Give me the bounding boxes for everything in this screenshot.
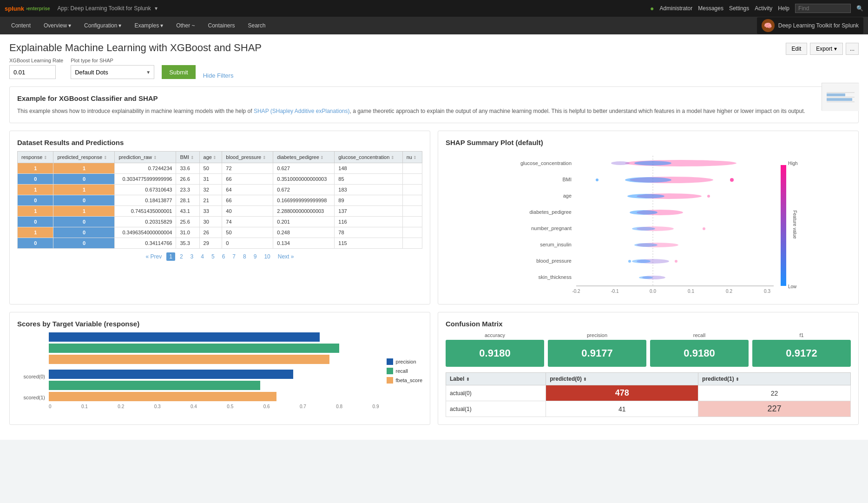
- svg-text:-0.2: -0.2: [572, 289, 580, 294]
- nav-search[interactable]: Search: [242, 17, 272, 34]
- svg-text:Low: Low: [788, 284, 797, 289]
- nav-right: 🧠 Deep Learning Toolkit for Splunk: [757, 17, 863, 34]
- metric-recall-group: recall 0.9180: [650, 332, 749, 367]
- legend-fbeta: fbeta_score: [387, 377, 422, 384]
- pagination-page-8[interactable]: 8: [240, 252, 249, 261]
- nav-other[interactable]: Other ~: [170, 17, 201, 34]
- cell-bmi: 35.3: [176, 238, 199, 249]
- hide-filters-button[interactable]: Hide Filters: [203, 72, 234, 79]
- pagination-page-6[interactable]: 6: [219, 252, 228, 261]
- col-predicted-response[interactable]: predicted_response: [53, 152, 115, 163]
- svg-rect-23: [781, 165, 786, 286]
- app-dropdown-arrow[interactable]: ▾: [155, 5, 158, 12]
- pagination-page-10[interactable]: 10: [261, 252, 273, 261]
- cell-response: 0: [18, 195, 53, 206]
- admin-label[interactable]: Administrator: [660, 5, 693, 12]
- plot-type-select[interactable]: Default Dots Bar Violin: [71, 65, 154, 79]
- cell-response: 1: [18, 206, 53, 217]
- nav-overview[interactable]: Overview▾: [37, 17, 78, 34]
- svg-text:number_pregnant: number_pregnant: [531, 225, 572, 231]
- scored0-label: scored(0): [17, 374, 45, 379]
- svg-point-49: [639, 276, 653, 279]
- search-icon[interactable]: 🔍: [856, 5, 863, 12]
- cell-nu: [402, 174, 422, 185]
- pagination-page-1[interactable]: 1: [166, 252, 175, 261]
- nav-containers[interactable]: Containers: [201, 17, 241, 34]
- top-bar-right: ● Administrator Messages Settings Activi…: [650, 4, 863, 13]
- cell-prediction-raw: 0.18413877: [115, 195, 176, 206]
- col-prediction-raw[interactable]: prediction_raw: [115, 152, 176, 163]
- pagination-page-3[interactable]: 3: [188, 252, 197, 261]
- plot-type-group: Plot type for SHAP Default Dots Bar Viol…: [71, 58, 154, 79]
- cell-predicted-response: 0: [53, 174, 115, 185]
- bar-row-0-blue: [49, 332, 379, 342]
- cell-blood-pressure: 40: [222, 206, 273, 217]
- help-label[interactable]: Help: [778, 5, 789, 12]
- scores-y-labels: scored(0) scored(1): [17, 332, 45, 409]
- nav-configuration[interactable]: Configuration▾: [78, 17, 128, 34]
- messages-label[interactable]: Messages: [698, 5, 723, 12]
- cell-age: 26: [199, 227, 222, 238]
- cell-predicted-response: 0: [53, 217, 115, 227]
- cell-age: 29: [199, 238, 222, 249]
- settings-label[interactable]: Settings: [729, 5, 749, 12]
- metric-recall-box: 0.9180: [650, 340, 749, 367]
- cell-bmi: 23.3: [176, 185, 199, 195]
- pagination-page-4[interactable]: 4: [198, 252, 207, 261]
- svg-point-28: [634, 161, 671, 165]
- legend-recall-label: recall: [396, 368, 408, 374]
- col-blood-pressure[interactable]: blood_pressure: [222, 152, 273, 163]
- nav-examples[interactable]: Examples▾: [128, 17, 170, 34]
- confusion-row-1: actual(1) 41 227: [446, 401, 851, 417]
- submit-button[interactable]: Submit: [162, 65, 195, 79]
- cell-response: 0: [18, 174, 53, 185]
- pagination: « Prev 1 2 3 4 5 6 7 8 9 10 Next »: [17, 252, 422, 261]
- col-age[interactable]: age: [199, 152, 222, 163]
- pagination-next[interactable]: Next »: [275, 252, 297, 261]
- bottom-two-col: Scores by Target Variable (response) sco…: [9, 312, 859, 432]
- confusion-table: Label ⇕ predicted(0) ⇕ predicted(1) ⇕ ac…: [446, 372, 851, 417]
- pagination-prev[interactable]: « Prev: [143, 252, 165, 261]
- cell-glucose: 85: [335, 174, 402, 185]
- cell-age: 33: [199, 206, 222, 217]
- cell-age: 31: [199, 174, 222, 185]
- metric-precision-value: 0.9177: [581, 347, 612, 359]
- legend-fbeta-color: [387, 377, 393, 384]
- cell-diabetes-pedigree: 0.1669999999999998: [273, 195, 335, 206]
- nav-content[interactable]: Content: [5, 17, 37, 34]
- edit-button[interactable]: Edit: [786, 43, 808, 55]
- cell-blood-pressure: 66: [222, 174, 273, 185]
- svg-point-35: [627, 194, 664, 199]
- bar-row-0-green: [49, 344, 379, 353]
- learning-rate-input[interactable]: [9, 65, 56, 79]
- pagination-page-5[interactable]: 5: [209, 252, 217, 261]
- col-response[interactable]: response: [18, 152, 53, 163]
- cell-age: 50: [199, 163, 222, 174]
- shap-link[interactable]: SHAP (SHapley Additive exPlanations): [254, 108, 350, 114]
- export-button[interactable]: Export ▾: [810, 43, 843, 55]
- table-row: 0 0 0.20315829 25.6 30 74 0.201 116: [18, 217, 422, 227]
- metric-f1-group: f1 0.9172: [752, 332, 851, 367]
- cell-glucose: 116: [335, 217, 402, 227]
- cell-nu: [402, 195, 422, 206]
- cell-glucose: 115: [335, 238, 402, 249]
- metric-recall-value: 0.9180: [684, 347, 715, 359]
- find-input[interactable]: [795, 4, 851, 13]
- pagination-page-7[interactable]: 7: [230, 252, 238, 261]
- cell-predicted-response: 0: [53, 227, 115, 238]
- cell-glucose: 78: [335, 227, 402, 238]
- col-bmi[interactable]: BMI: [176, 152, 199, 163]
- cell-glucose: 89: [335, 195, 402, 206]
- pagination-page-2[interactable]: 2: [177, 252, 186, 261]
- col-nu[interactable]: nu: [402, 152, 422, 163]
- main-content: Explainable Machine Learning with XGBoos…: [0, 34, 868, 440]
- col-diabetes-pedigree[interactable]: diabetes_pedigree: [273, 152, 335, 163]
- scores-bars: 0 0.1 0.2 0.3 0.4 0.5 0.6 0.7 0.8 0.9: [49, 332, 379, 409]
- pagination-page-9[interactable]: 9: [251, 252, 260, 261]
- col-predicted0: predicted(0) ⇕: [546, 373, 698, 385]
- activity-label[interactable]: Activity: [755, 5, 772, 12]
- col-glucose[interactable]: glucose_concentration: [335, 152, 402, 163]
- more-button[interactable]: ...: [846, 43, 859, 55]
- table-body: 1 1 0.7244234 33.6 50 72 0.627 148 0 0 0…: [18, 163, 422, 249]
- svg-text:High: High: [788, 161, 798, 166]
